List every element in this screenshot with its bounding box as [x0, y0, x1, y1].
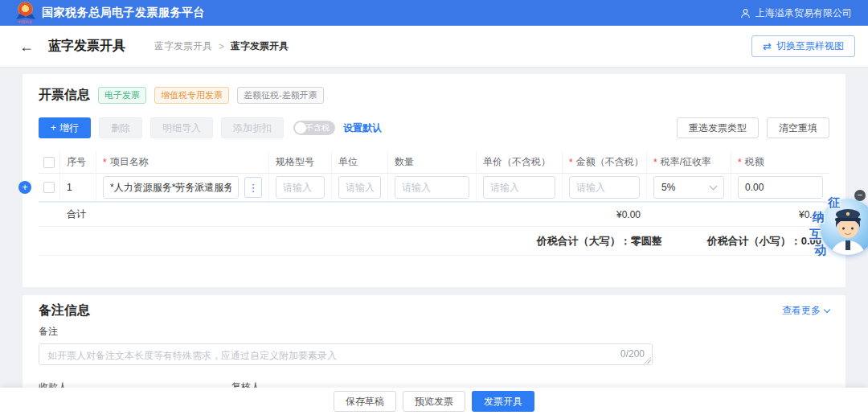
resize-grip-icon[interactable]: [644, 356, 651, 364]
issue-invoice-button[interactable]: 发票开具: [472, 391, 534, 412]
invoice-info-header: 开票信息 电子发票 增值税专用发票 差额征税-差额开票: [39, 87, 829, 104]
switch-arrows-icon: ⇄: [763, 40, 772, 52]
invoice-issuance-page: 中国税务 国家税务总局电子发票服务平台 上海溢承贸易有限公司 ← 蓝字发票开具 …: [0, 0, 868, 415]
tax-emblem-icon: [18, 2, 32, 16]
tax-rate-cell: 5%: [647, 174, 731, 201]
unit-cell: [332, 174, 388, 201]
row-checkbox-cell: [39, 174, 60, 201]
select-all-checkbox[interactable]: [43, 157, 55, 168]
item-name-cell: ⋮: [96, 174, 269, 201]
column-header-price: 单价（不含税）: [477, 151, 563, 173]
top-header-bar: 中国税务 国家税务总局电子发票服务平台 上海溢承贸易有限公司: [0, 0, 868, 26]
clear-refill-button[interactable]: 清空重填: [767, 117, 829, 138]
char-counter: 0/200: [620, 348, 645, 360]
toggle-label: 不含税: [305, 122, 330, 134]
row-checkbox[interactable]: [43, 182, 55, 193]
mascot-char: 征: [828, 195, 840, 211]
column-header-amount: *金额（不含税）: [563, 151, 647, 173]
mascot-char: 动: [814, 243, 826, 258]
column-header-label: 项目名称: [110, 155, 149, 169]
totals-row: 合计 ¥0.00 ¥0.00: [39, 203, 829, 227]
invoice-items-table: 序号*项目名称规格型号单位数量单价（不含税）*金额（不含税）*税率/征收率*税额…: [39, 151, 829, 256]
column-header-label: 数量: [395, 155, 414, 169]
account-company-menu[interactable]: 上海溢承贸易有限公司: [740, 6, 852, 20]
platform-title: 国家税务总局电子发票服务平台: [42, 6, 205, 20]
unit-price-cell: [477, 174, 563, 201]
table-header-row: 序号*项目名称规格型号单位数量单价（不含税）*金额（不含税）*税率/征收率*税额: [39, 151, 829, 174]
amount-cell: [563, 174, 647, 201]
total-amount-value: ¥0.00: [563, 209, 647, 220]
tax-rate-select[interactable]: 5%: [653, 176, 724, 199]
more-options-icon[interactable]: ⋮: [244, 177, 262, 198]
remark-header: 备注信息 查看更多: [39, 302, 829, 319]
user-icon: [740, 8, 751, 18]
invoice-info-card: 开票信息 电子发票 增值税专用发票 差额征税-差额开票 + 增行 删除 明细导入…: [23, 74, 845, 287]
required-mark: *: [738, 157, 742, 168]
tax-exclusive-toggle[interactable]: 不含税: [293, 121, 335, 135]
spec-input[interactable]: [276, 176, 325, 199]
required-mark: *: [653, 157, 657, 168]
sum-in-words-label: 价税合计（大写）：: [537, 235, 631, 247]
mascot-char: 纳: [813, 210, 825, 225]
plus-icon: +: [51, 122, 56, 134]
remark-textarea[interactable]: [39, 343, 653, 365]
column-header-select: [39, 151, 60, 173]
import-details-button[interactable]: 明细导入: [150, 117, 213, 138]
tax-rate-value: 5%: [661, 182, 675, 193]
unit-price-input[interactable]: [483, 176, 555, 199]
minimize-widget-icon[interactable]: −: [854, 190, 866, 201]
add-row-button[interactable]: + 增行: [39, 117, 91, 138]
section-title-invoice-info: 开票信息: [39, 87, 90, 104]
set-default-link[interactable]: 设置默认: [343, 121, 382, 135]
required-mark: *: [103, 157, 107, 168]
platform-brand: 中国税务 国家税务总局电子发票服务平台: [16, 2, 205, 23]
tax-bureau-logo-icon: 中国税务: [16, 2, 35, 23]
amount-input[interactable]: [569, 176, 640, 199]
column-header-label: 税额: [745, 155, 764, 169]
section-title-remark-info: 备注信息: [39, 302, 90, 319]
view-more-link[interactable]: 查看更多: [782, 304, 829, 318]
breadcrumb-separator: >: [219, 41, 224, 52]
switch-to-sample-view-button[interactable]: ⇄ 切换至票样视图: [751, 35, 855, 57]
toolbar-right-group: 重选发票类型 清空重填: [677, 117, 829, 138]
row-index-cell: 1: [60, 174, 96, 201]
tax-officer-illustration: [820, 199, 868, 255]
unit-input[interactable]: [338, 176, 381, 199]
column-header-label: 序号: [67, 155, 86, 169]
breadcrumb-item[interactable]: 蓝字发票开具: [154, 39, 212, 53]
add-discount-button[interactable]: 添加折扣: [221, 117, 284, 138]
page-title: 蓝字发票开具: [48, 38, 125, 55]
logo-caption: 中国税务: [18, 19, 32, 23]
reselect-invoice-type-button[interactable]: 重选发票类型: [677, 117, 759, 138]
column-header-qty: 数量: [388, 151, 477, 173]
save-draft-button[interactable]: 保存草稿: [334, 391, 396, 412]
mascot-officer-avatar[interactable]: [820, 199, 868, 255]
delete-row-button[interactable]: 删除: [99, 117, 142, 138]
back-arrow-icon[interactable]: ←: [19, 39, 34, 54]
column-header-label: 金额（不含税）: [576, 155, 644, 169]
quantity-cell: [388, 174, 477, 201]
spec-cell: [269, 174, 332, 201]
column-header-unit: 单位: [332, 151, 388, 173]
item-name-input[interactable]: [103, 176, 239, 199]
quantity-input[interactable]: [395, 176, 469, 199]
footer-action-bar: 保存草稿 预览发票 发票开具: [0, 388, 868, 415]
remark-label: 备注: [39, 325, 829, 339]
column-header-label: 单价（不含税）: [483, 155, 551, 169]
switch-view-label: 切换至票样视图: [776, 39, 844, 53]
tag-difference-taxation: 差额征税-差额开票: [237, 87, 324, 104]
chevron-down-icon: [824, 306, 830, 313]
tag-vat-special-invoice: 增值税专用发票: [154, 87, 229, 104]
sum-in-figures-label: 价税合计（小写）：: [707, 235, 801, 247]
tax-interaction-widget: − 征 纳 互 动: [804, 188, 868, 262]
remark-textarea-wrap: 0/200: [39, 343, 653, 365]
add-row-label: 增行: [59, 121, 79, 135]
insert-row-icon[interactable]: +: [18, 181, 31, 194]
preview-invoice-button[interactable]: 预览发票: [403, 391, 465, 412]
column-header-label: 税率/征收率: [661, 155, 711, 169]
column-header-rate: *税率/征收率: [647, 151, 731, 173]
table-row: + 1 ⋮: [39, 174, 829, 203]
sum-in-words: 价税合计（大写）：零圆整: [537, 234, 662, 249]
row-index: 1: [67, 182, 72, 193]
totals-label: 合计: [60, 208, 96, 221]
